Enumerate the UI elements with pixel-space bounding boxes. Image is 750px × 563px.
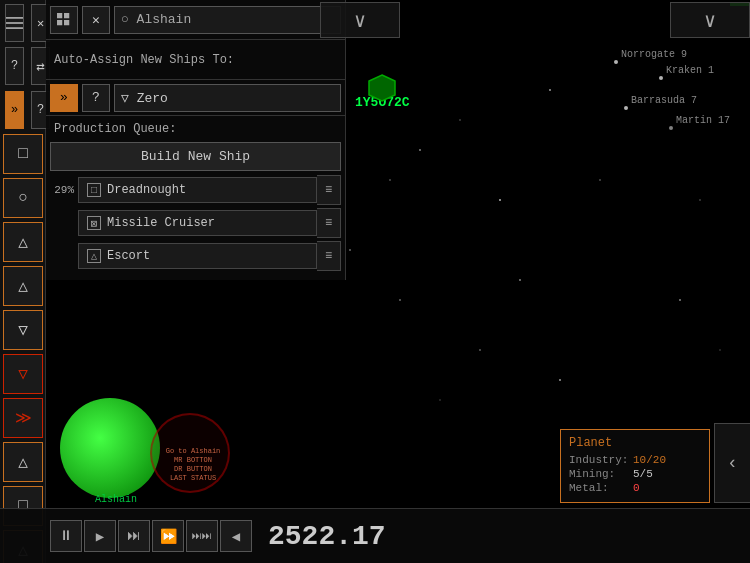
planet-barrasuda: Barrasuda 7 <box>623 98 629 116</box>
planet-name-input[interactable]: Alshain <box>114 6 341 34</box>
circle-overlay-text: Go to AlshainMR BOTTONDR BUTTONLAST STAT… <box>158 447 228 483</box>
svg-point-25 <box>659 76 663 80</box>
queue-item-dreadnought: 29% □ Dreadnought ≡ <box>50 175 341 205</box>
top-nav: ∨ ∨ <box>320 0 750 40</box>
mining-value: 5/5 <box>633 468 653 480</box>
fast-forward-button[interactable]: ⏩ <box>152 520 184 552</box>
svg-point-26 <box>624 106 628 110</box>
triangle-up2-icon[interactable]: △ <box>3 266 43 306</box>
planet-info-panel: Planet Industry: 10/20 Mining: 5/5 Metal… <box>560 429 710 503</box>
production-section: Production Queue: Build New Ship 29% □ D… <box>46 116 345 280</box>
planet-metal-row: Metal: 0 <box>569 482 701 494</box>
planet-martin: Martin 17 <box>668 118 674 136</box>
barrasuda-label: Barrasuda 7 <box>631 95 697 106</box>
triangle-up3-icon[interactable]: △ <box>3 442 43 482</box>
right-panel-toggle[interactable]: ‹ <box>714 423 750 503</box>
svg-rect-21 <box>57 20 62 25</box>
green-planet <box>60 398 160 498</box>
dreadnought-content[interactable]: □ Dreadnought <box>78 177 317 203</box>
rewind-button[interactable]: ◀ <box>220 520 252 552</box>
production-label: Production Queue: <box>54 122 341 136</box>
missile-cruiser-menu[interactable]: ≡ <box>317 208 341 238</box>
metal-value: 0 <box>633 482 640 494</box>
circle-icon[interactable]: ○ <box>3 178 43 218</box>
svg-point-27 <box>669 126 673 130</box>
dreadnought-pct: 29% <box>50 184 78 196</box>
auto-assign-row: Auto-Assign New Ships To: <box>46 40 345 80</box>
escort-menu[interactable]: ≡ <box>317 241 341 271</box>
nav-prev-button[interactable]: ∨ <box>320 2 400 38</box>
chevrons-red-icon[interactable]: ≫ <box>3 398 43 438</box>
escort-label: Escort <box>107 249 150 263</box>
question-btn[interactable]: ? <box>82 84 110 112</box>
svg-rect-22 <box>64 20 69 25</box>
triangle-down-red-icon[interactable]: ▽ <box>3 354 43 394</box>
year-display: 2522.17 <box>268 521 386 552</box>
triangle-up-icon[interactable]: △ <box>3 222 43 262</box>
dreadnought-label: Dreadnought <box>107 183 186 197</box>
missile-cruiser-label: Missile Cruiser <box>107 216 215 230</box>
metal-label: Metal: <box>569 482 629 494</box>
svg-rect-16 <box>6 17 23 19</box>
escort-content[interactable]: △ Escort <box>78 243 317 269</box>
norrogate-label: Norrogate 9 <box>621 49 687 60</box>
pause-button[interactable]: ⏸ <box>50 520 82 552</box>
expand-btn[interactable]: » <box>50 84 78 112</box>
escort-icon: △ <box>87 249 101 263</box>
skip-forward-button[interactable]: ⏭⏭ <box>186 520 218 552</box>
svg-rect-19 <box>57 13 62 18</box>
hex-planet <box>367 73 397 103</box>
square-icon[interactable]: □ <box>3 134 43 174</box>
auto-assign-label: Auto-Assign New Ships To: <box>54 53 234 67</box>
nav-next-button[interactable]: ∨ <box>670 2 750 38</box>
playback-controls: ⏸ ▶ ⏭ ⏩ ⏭⏭ ◀ <box>50 520 252 552</box>
build-new-ship-button[interactable]: Build New Ship <box>50 142 341 171</box>
missile-cruiser-icon: ⊠ <box>87 216 101 230</box>
planet-alshain-label: Alshain <box>95 494 137 505</box>
planet-info-title: Planet <box>569 436 701 450</box>
svg-marker-23 <box>369 75 395 101</box>
triangle-down-icon[interactable]: ▽ <box>3 310 43 350</box>
queue-item-escort: △ Escort ≡ <box>50 241 341 271</box>
grid-icon[interactable] <box>50 6 78 34</box>
industry-value: 10/20 <box>633 454 666 466</box>
planet-kraken: Kraken 1 <box>658 68 664 86</box>
mining-label: Mining: <box>569 468 629 480</box>
kraken-label: Kraken 1 <box>666 65 714 76</box>
svg-point-24 <box>614 60 618 64</box>
bottom-bar: ⏸ ▶ ⏭ ⏩ ⏭⏭ ◀ 2522.17 <box>0 508 750 563</box>
main-panel: ✕ Alshain Auto-Assign New Ships To: » ? … <box>46 0 346 280</box>
dreadnought-icon: □ <box>87 183 101 197</box>
left-sidebar: ✕ ? ⇄ » ? □ ○ △ △ ▽ ▽ ≫ △ □ △ ✕ ⇄ <box>0 0 46 563</box>
planet-norrogate: Norrogate 9 <box>613 52 619 70</box>
svg-rect-17 <box>6 22 23 24</box>
close-panel-icon[interactable]: ✕ <box>82 6 110 34</box>
expand-icon[interactable]: » <box>5 91 24 129</box>
planet-mining-row: Mining: 5/5 <box>569 468 701 480</box>
dreadnought-menu[interactable]: ≡ <box>317 175 341 205</box>
menu-icon[interactable] <box>5 4 24 42</box>
queue-item-missile-cruiser: ⊠ Missile Cruiser ≡ <box>50 208 341 238</box>
question-icon[interactable]: ? <box>5 47 24 85</box>
industry-label: Industry: <box>569 454 629 466</box>
step-forward-button[interactable]: ⏭ <box>118 520 150 552</box>
svg-rect-18 <box>6 27 23 29</box>
planet-industry-row: Industry: 10/20 <box>569 454 701 466</box>
svg-rect-20 <box>64 13 69 18</box>
play-button[interactable]: ▶ <box>84 520 116 552</box>
martin-label: Martin 17 <box>676 115 730 126</box>
top-bar: ✕ Alshain <box>46 0 345 40</box>
missile-cruiser-content[interactable]: ⊠ Missile Cruiser <box>78 210 317 236</box>
zero-input[interactable] <box>114 84 341 112</box>
zero-row: » ? <box>46 80 345 116</box>
